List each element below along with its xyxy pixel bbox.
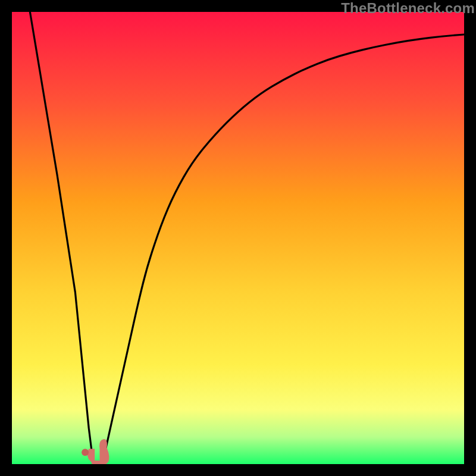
trough-marker-pip [82, 449, 89, 456]
chart-frame [12, 12, 464, 464]
watermark-text: TheBottleneck.com [341, 0, 475, 17]
bottleneck-chart [12, 12, 464, 464]
gradient-background [12, 12, 464, 464]
